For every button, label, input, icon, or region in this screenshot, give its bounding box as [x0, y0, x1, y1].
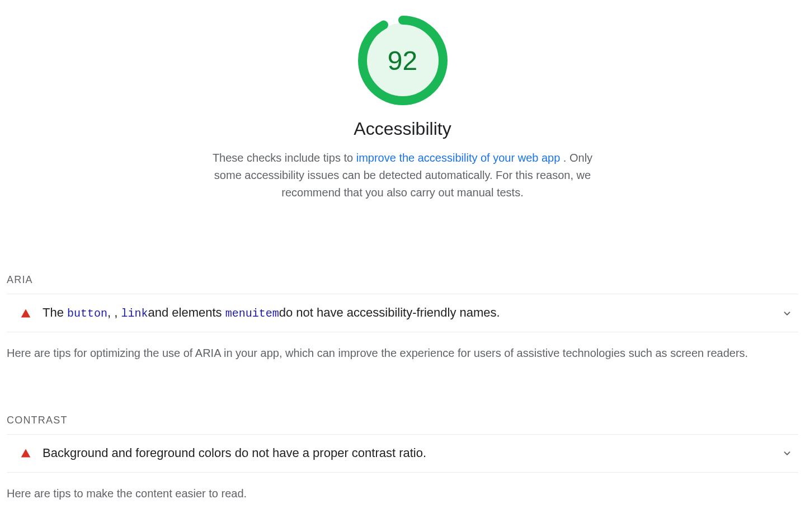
section-aria: ARIA The button, , linkand elements menu… [7, 274, 798, 361]
audit-title: Background and foreground colors do not … [43, 445, 769, 462]
code-menuitem: menuitem [225, 307, 279, 320]
audit-title: The button, , linkand elements menuitemd… [43, 304, 769, 322]
section-heading-contrast: CONTRAST [7, 415, 798, 435]
score-gauge: 92 [358, 16, 448, 105]
desc-text-prefix: These checks include tips to [213, 152, 356, 164]
fail-triangle-icon [20, 448, 31, 459]
section-contrast: CONTRAST Background and foreground color… [7, 415, 798, 502]
chevron-down-icon [780, 307, 794, 319]
category-title: Accessibility [354, 119, 451, 139]
code-button: button [67, 307, 107, 320]
score-value: 92 [358, 16, 448, 105]
audit-aria-names[interactable]: The button, , linkand elements menuitemd… [7, 294, 798, 332]
audit-text: The [43, 305, 67, 319]
chevron-down-icon [780, 447, 794, 459]
score-header: 92 Accessibility These checks include ti… [7, 0, 798, 224]
category-description: These checks include tips to improve the… [201, 149, 604, 201]
section-heading-aria: ARIA [7, 274, 798, 294]
fail-triangle-icon [20, 308, 31, 319]
audit-text: , , [107, 305, 121, 319]
section-note-contrast: Here are tips to make the content easier… [7, 485, 798, 502]
audit-contrast-ratio[interactable]: Background and foreground colors do not … [7, 435, 798, 473]
audit-text: and elements [148, 305, 225, 319]
code-link: link [121, 307, 148, 320]
audit-text: do not have accessibility-friendly names… [279, 305, 500, 319]
improve-accessibility-link[interactable]: improve the accessibility of your web ap… [356, 152, 561, 164]
section-note-aria: Here are tips for optimizing the use of … [7, 345, 798, 361]
